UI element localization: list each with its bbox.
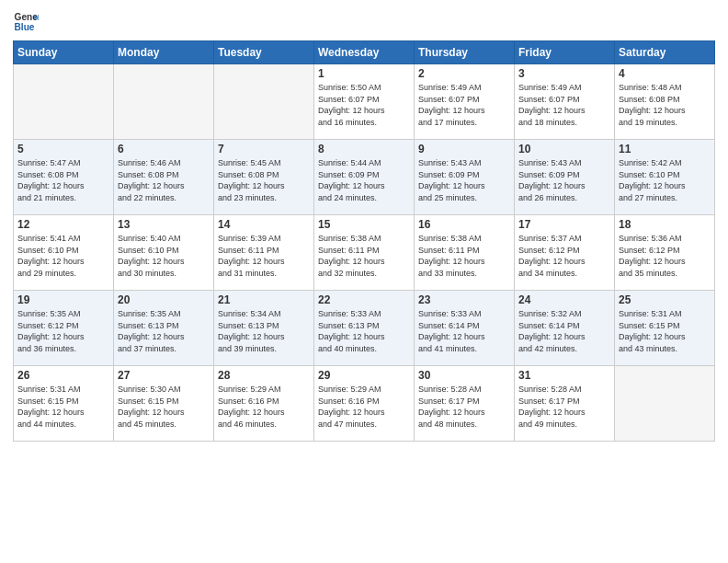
calendar-cell: 17Sunrise: 5:37 AM Sunset: 6:12 PM Dayli… [515,215,615,291]
calendar-cell: 21Sunrise: 5:34 AM Sunset: 6:13 PM Dayli… [214,291,314,366]
day-number: 10 [518,143,610,155]
weekday-header: Sunday [14,41,114,64]
calendar-cell: 15Sunrise: 5:38 AM Sunset: 6:11 PM Dayli… [314,215,415,291]
calendar-cell: 25Sunrise: 5:31 AM Sunset: 6:15 PM Dayli… [615,291,715,366]
logo: General Blue [13,9,42,35]
day-number: 26 [17,369,109,382]
day-number: 9 [418,143,510,155]
calendar-cell: 12Sunrise: 5:41 AM Sunset: 6:10 PM Dayli… [14,215,114,291]
day-number: 30 [418,369,510,382]
day-number: 6 [118,143,210,155]
day-number: 4 [619,67,711,80]
calendar-cell: 18Sunrise: 5:36 AM Sunset: 6:12 PM Dayli… [615,215,715,291]
day-info: Sunrise: 5:43 AM Sunset: 6:09 PM Dayligh… [518,157,610,203]
calendar-cell: 13Sunrise: 5:40 AM Sunset: 6:10 PM Dayli… [114,215,214,291]
day-number: 8 [318,143,410,155]
day-info: Sunrise: 5:36 AM Sunset: 6:12 PM Dayligh… [619,233,711,279]
calendar-cell: 2Sunrise: 5:49 AM Sunset: 6:07 PM Daylig… [415,64,515,140]
calendar-cell: 20Sunrise: 5:35 AM Sunset: 6:13 PM Dayli… [114,291,214,366]
day-number: 24 [518,293,610,306]
calendar: SundayMondayTuesdayWednesdayThursdayFrid… [13,40,715,442]
day-number: 12 [17,218,109,231]
day-info: Sunrise: 5:38 AM Sunset: 6:11 PM Dayligh… [318,233,410,279]
day-number: 27 [118,369,210,382]
day-number: 19 [17,293,109,306]
calendar-cell [615,366,715,442]
day-info: Sunrise: 5:29 AM Sunset: 6:16 PM Dayligh… [318,384,410,430]
day-number: 31 [518,369,610,382]
calendar-cell: 7Sunrise: 5:45 AM Sunset: 6:08 PM Daylig… [214,140,314,215]
day-info: Sunrise: 5:33 AM Sunset: 6:14 PM Dayligh… [418,308,510,354]
day-info: Sunrise: 5:45 AM Sunset: 6:08 PM Dayligh… [218,157,310,203]
calendar-cell: 8Sunrise: 5:44 AM Sunset: 6:09 PM Daylig… [314,140,415,215]
day-number: 16 [418,218,510,231]
day-info: Sunrise: 5:46 AM Sunset: 6:08 PM Dayligh… [118,157,210,203]
day-info: Sunrise: 5:47 AM Sunset: 6:08 PM Dayligh… [17,157,109,203]
day-number: 20 [118,293,210,306]
calendar-cell: 29Sunrise: 5:29 AM Sunset: 6:16 PM Dayli… [314,366,415,442]
day-number: 29 [318,369,410,382]
calendar-cell: 3Sunrise: 5:49 AM Sunset: 6:07 PM Daylig… [515,64,615,140]
day-info: Sunrise: 5:33 AM Sunset: 6:13 PM Dayligh… [318,308,410,354]
calendar-cell: 24Sunrise: 5:32 AM Sunset: 6:14 PM Dayli… [515,291,615,366]
weekday-header: Wednesday [314,41,415,64]
calendar-cell: 27Sunrise: 5:30 AM Sunset: 6:15 PM Dayli… [114,366,214,442]
calendar-cell: 22Sunrise: 5:33 AM Sunset: 6:13 PM Dayli… [314,291,415,366]
calendar-cell: 6Sunrise: 5:46 AM Sunset: 6:08 PM Daylig… [114,140,214,215]
calendar-cell: 4Sunrise: 5:48 AM Sunset: 6:08 PM Daylig… [615,64,715,140]
day-number: 13 [118,218,210,231]
day-info: Sunrise: 5:34 AM Sunset: 6:13 PM Dayligh… [218,308,310,354]
day-info: Sunrise: 5:28 AM Sunset: 6:17 PM Dayligh… [518,384,610,430]
weekday-header: Monday [114,41,214,64]
calendar-cell: 11Sunrise: 5:42 AM Sunset: 6:10 PM Dayli… [615,140,715,215]
calendar-cell: 19Sunrise: 5:35 AM Sunset: 6:12 PM Dayli… [14,291,114,366]
calendar-cell: 5Sunrise: 5:47 AM Sunset: 6:08 PM Daylig… [14,140,114,215]
day-number: 7 [218,143,310,155]
calendar-cell: 26Sunrise: 5:31 AM Sunset: 6:15 PM Dayli… [14,366,114,442]
weekday-header: Saturday [615,41,715,64]
day-info: Sunrise: 5:39 AM Sunset: 6:11 PM Dayligh… [218,233,310,279]
day-info: Sunrise: 5:35 AM Sunset: 6:12 PM Dayligh… [17,308,109,354]
day-number: 15 [318,218,410,231]
day-number: 5 [17,143,109,155]
calendar-cell [214,64,314,140]
day-number: 18 [619,218,711,231]
day-number: 23 [418,293,510,306]
calendar-cell: 28Sunrise: 5:29 AM Sunset: 6:16 PM Dayli… [214,366,314,442]
day-number: 1 [318,67,410,80]
calendar-cell [14,64,114,140]
day-info: Sunrise: 5:37 AM Sunset: 6:12 PM Dayligh… [518,233,610,279]
weekday-header: Tuesday [214,41,314,64]
day-info: Sunrise: 5:41 AM Sunset: 6:10 PM Dayligh… [17,233,109,279]
day-number: 11 [619,143,711,155]
calendar-cell: 9Sunrise: 5:43 AM Sunset: 6:09 PM Daylig… [415,140,515,215]
day-number: 3 [518,67,610,80]
calendar-cell: 23Sunrise: 5:33 AM Sunset: 6:14 PM Dayli… [415,291,515,366]
calendar-cell: 10Sunrise: 5:43 AM Sunset: 6:09 PM Dayli… [515,140,615,215]
logo-icon: General Blue [13,9,39,35]
page: General Blue SundayMondayTuesdayWednesda… [0,0,728,563]
weekday-header: Thursday [415,41,515,64]
calendar-cell: 14Sunrise: 5:39 AM Sunset: 6:11 PM Dayli… [214,215,314,291]
day-number: 28 [218,369,310,382]
calendar-cell [114,64,214,140]
day-number: 2 [418,67,510,80]
day-info: Sunrise: 5:32 AM Sunset: 6:14 PM Dayligh… [518,308,610,354]
day-info: Sunrise: 5:50 AM Sunset: 6:07 PM Dayligh… [318,82,410,128]
calendar-cell: 16Sunrise: 5:38 AM Sunset: 6:11 PM Dayli… [415,215,515,291]
day-info: Sunrise: 5:38 AM Sunset: 6:11 PM Dayligh… [418,233,510,279]
calendar-cell: 30Sunrise: 5:28 AM Sunset: 6:17 PM Dayli… [415,366,515,442]
weekday-header: Friday [515,41,615,64]
day-number: 14 [218,218,310,231]
day-info: Sunrise: 5:30 AM Sunset: 6:15 PM Dayligh… [118,384,210,430]
day-info: Sunrise: 5:28 AM Sunset: 6:17 PM Dayligh… [418,384,510,430]
header: General Blue [13,9,715,35]
day-info: Sunrise: 5:31 AM Sunset: 6:15 PM Dayligh… [17,384,109,430]
day-info: Sunrise: 5:35 AM Sunset: 6:13 PM Dayligh… [118,308,210,354]
day-info: Sunrise: 5:29 AM Sunset: 6:16 PM Dayligh… [218,384,310,430]
day-info: Sunrise: 5:31 AM Sunset: 6:15 PM Dayligh… [619,308,711,354]
day-info: Sunrise: 5:40 AM Sunset: 6:10 PM Dayligh… [118,233,210,279]
day-info: Sunrise: 5:43 AM Sunset: 6:09 PM Dayligh… [418,157,510,203]
calendar-cell: 31Sunrise: 5:28 AM Sunset: 6:17 PM Dayli… [515,366,615,442]
day-number: 21 [218,293,310,306]
